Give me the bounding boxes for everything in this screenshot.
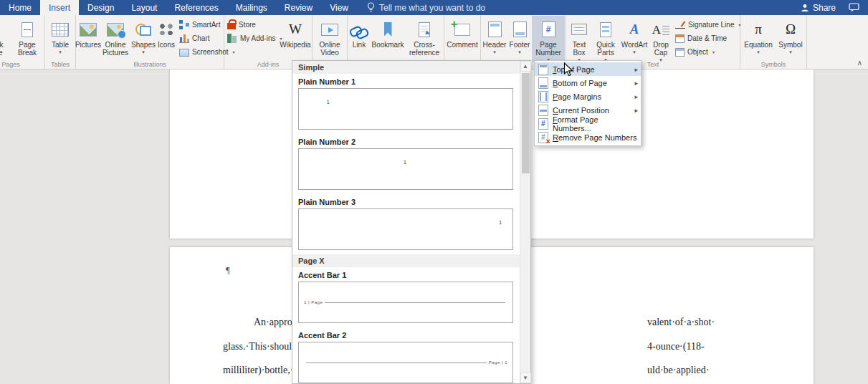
menu-item-format-page-numbers[interactable]: Format Page Numbers... <box>535 117 641 130</box>
blank-page-button[interactable]: Blank Page <box>0 16 11 57</box>
header-icon <box>488 21 502 37</box>
submenu-arrow-icon: ▸ <box>634 80 639 87</box>
menu-item-bottom-of-page[interactable]: Bottom of Page ▸ <box>535 76 641 90</box>
scroll-down-button[interactable]: ▼ <box>520 373 531 383</box>
symbol-icon: Ω <box>786 22 796 37</box>
store-button[interactable]: Store <box>225 18 280 32</box>
illustrations-stack: SmartArt Chart Screenshot ▾ <box>177 16 223 59</box>
tab-review[interactable]: Review <box>276 0 321 15</box>
equation-label: Equation <box>744 41 772 49</box>
gallery-section-page-x: Page X <box>292 254 520 267</box>
online-video-button[interactable]: Online Video <box>313 16 346 57</box>
drop-cap-button[interactable]: A Drop Cap ▾ <box>649 16 673 62</box>
share-button[interactable]: Share <box>801 3 836 13</box>
shapes-button[interactable]: Shapes ▾ <box>131 16 156 54</box>
bottom-of-page-icon <box>538 77 548 89</box>
comment-button[interactable]: Comment <box>445 16 480 49</box>
cross-reference-label: Cross-reference <box>406 41 443 57</box>
quick-parts-button[interactable]: Quick Parts ▾ <box>591 16 620 62</box>
equation-icon: π <box>755 22 762 37</box>
gallery-item-accent-bar-1[interactable]: Accent Bar 1 1 | Page <box>292 267 520 323</box>
screenshot-label: Screenshot <box>192 48 229 56</box>
submenu-arrow-icon: ▸ <box>634 93 639 100</box>
menu-item-page-margins[interactable]: Page Margins ▸ <box>535 90 641 103</box>
gallery-content: Simple Plain Number 1 1 Plain Number 2 1… <box>292 61 520 383</box>
tell-me-box[interactable]: Tell me what you want to do <box>367 0 485 15</box>
table-button[interactable]: Table ▾ <box>46 16 75 54</box>
current-position-icon <box>538 105 548 116</box>
smartart-button[interactable]: SmartArt <box>177 18 223 32</box>
chart-button[interactable]: Chart <box>177 32 223 45</box>
bookmark-button[interactable]: Bookmark <box>370 16 406 49</box>
tab-home[interactable]: Home <box>0 0 40 15</box>
dropdown-arrow-icon: ▾ <box>633 50 636 54</box>
gallery-item-accent-bar-2[interactable]: Accent Bar 2 Page | 1 <box>292 327 520 383</box>
store-label: Store <box>239 21 256 29</box>
link-button[interactable]: Link <box>348 16 370 49</box>
person-icon <box>801 4 809 12</box>
menu-item-remove-page-numbers[interactable]: Remove Page Numbers <box>535 130 641 144</box>
menu-item-top-of-page[interactable]: Top of Page ▸ <box>535 62 641 76</box>
gallery-scrollbar[interactable]: ▲ ▼ <box>520 61 530 383</box>
scrollbar-thumb[interactable] <box>522 73 530 173</box>
cross-reference-button[interactable]: Cross-reference <box>406 16 443 57</box>
wordart-button[interactable]: A WordArt ▾ <box>620 16 649 54</box>
equation-button[interactable]: π Equation ▾ <box>741 16 776 54</box>
footer-button[interactable]: Footer ▾ <box>507 16 532 54</box>
symbol-label: Symbol <box>778 41 802 49</box>
comment-label: Comment <box>447 41 477 49</box>
wikipedia-button[interactable]: W Wikipedia <box>280 16 311 49</box>
collapse-ribbon-button[interactable]: ∧ <box>857 59 862 67</box>
tell-me-label: Tell me what you want to do <box>379 3 485 13</box>
tab-insert[interactable]: Insert <box>40 0 79 15</box>
gallery-item-plain-number-1[interactable]: Plain Number 1 1 <box>292 74 520 130</box>
online-pictures-label: Online Pictures <box>100 41 131 57</box>
comments-pane-icon[interactable] <box>849 3 859 12</box>
icons-button[interactable]: Icons <box>156 16 177 49</box>
text-box-button[interactable]: Text Box ▾ <box>567 16 591 62</box>
object-button[interactable]: Object ▾ <box>673 45 739 59</box>
tab-mailings[interactable]: Mailings <box>227 0 276 15</box>
date-time-button[interactable]: Date & Time <box>673 32 739 45</box>
cross-reference-icon <box>419 22 430 37</box>
scroll-up-button[interactable]: ▲ <box>520 61 531 72</box>
ribbon-filler: ∧ <box>807 15 868 69</box>
text-box-icon <box>571 24 587 35</box>
tab-references[interactable]: References <box>166 0 226 15</box>
object-label: Object <box>687 48 708 56</box>
signature-line-button[interactable]: Signature Line ▾ <box>673 18 739 32</box>
my-addins-button[interactable]: My Add-ins ▾ <box>225 32 280 45</box>
illustrations-group-label: Illustrations <box>76 60 224 69</box>
dropdown-arrow-icon: ▾ <box>142 50 145 54</box>
date-time-icon <box>675 34 685 43</box>
text-box-label: Text Box <box>567 41 591 57</box>
table-icon <box>52 23 69 37</box>
header-button[interactable]: Header ▾ <box>482 16 507 54</box>
doc-text-line2-right: 4-ounce·(118- <box>647 341 705 352</box>
tab-layout[interactable]: Layout <box>123 0 166 15</box>
gallery-item-plain-number-2[interactable]: Plain Number 2 1 <box>292 134 520 190</box>
wordart-icon: A <box>630 22 639 37</box>
screenshot-button[interactable]: Screenshot ▾ <box>177 45 223 59</box>
signature-line-label: Signature Line <box>688 21 735 29</box>
page-break-label: Page Break <box>11 41 44 57</box>
pictures-button[interactable]: Pictures <box>77 16 100 49</box>
ribbon-group-illustrations: Pictures Online Pictures Shapes ▾ Icons … <box>76 15 224 69</box>
online-video-label: Online Video <box>313 41 346 57</box>
page-break-button[interactable]: Page Break <box>11 16 44 57</box>
shapes-icon <box>135 22 152 37</box>
format-page-numbers-icon <box>538 118 548 130</box>
gallery-item-plain-number-3[interactable]: Plain Number 3 1 <box>292 194 520 250</box>
ribbon-group-symbols: π Equation ▾ Ω Symbol ▾ Symbols <box>740 15 807 69</box>
online-pictures-icon <box>107 23 124 37</box>
dropdown-arrow-icon: ▾ <box>518 50 521 54</box>
tab-design[interactable]: Design <box>79 0 123 15</box>
page-number-button[interactable]: # Page Number ▾ <box>532 16 565 62</box>
tab-view[interactable]: View <box>321 0 357 15</box>
online-pictures-button[interactable]: Online Pictures <box>100 16 131 57</box>
submenu-arrow-icon: ▸ <box>634 107 639 114</box>
text-stack: Signature Line ▾ Date & Time Object ▾ <box>673 16 739 59</box>
plain-number-2-preview: 1 <box>298 148 513 190</box>
symbol-button[interactable]: Ω Symbol ▾ <box>776 16 806 54</box>
accent-bar-line <box>325 302 505 303</box>
